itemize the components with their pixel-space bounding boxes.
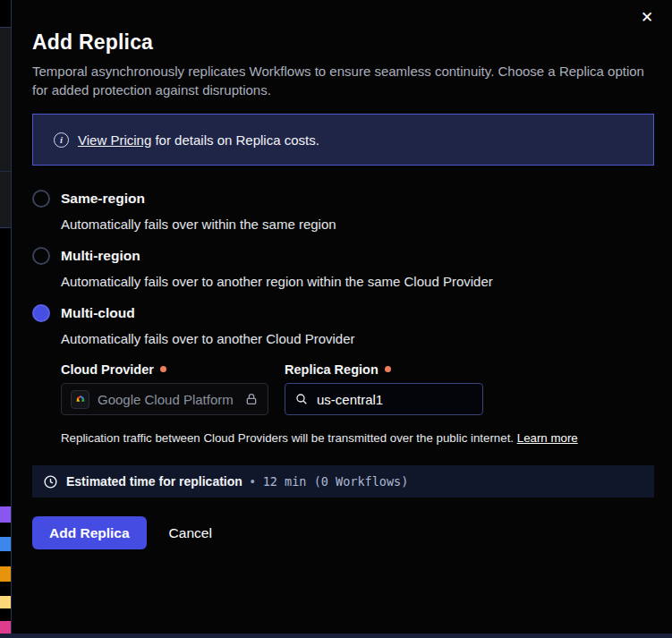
search-icon	[294, 392, 309, 406]
replica-region-search-box[interactable]	[285, 383, 483, 415]
replica-region-label-text: Replica Region	[285, 362, 379, 377]
info-icon: i	[54, 132, 69, 148]
option-same-region: Same-region Automatically fails over wit…	[32, 189, 654, 234]
replica-region-field-group: Replica Region	[285, 362, 483, 415]
gcp-logo-icon	[71, 390, 89, 409]
background-panel	[0, 27, 11, 228]
radio-selected-icon[interactable]	[32, 304, 50, 322]
option-label: Multi-cloud	[61, 305, 135, 321]
clock-icon	[43, 474, 58, 489]
modal-description: Temporal asynchronously replicates Workf…	[32, 62, 651, 99]
required-dot-icon	[385, 366, 391, 372]
page-title: Add Replica	[32, 30, 654, 55]
option-description: Automatically fails over to another Clou…	[61, 330, 654, 348]
estimate-value: 12 min (0 Workflows)	[263, 474, 409, 489]
radio-multi-region[interactable]: Multi-region	[32, 246, 654, 266]
required-dot-icon	[160, 366, 166, 372]
replica-region-input[interactable]	[317, 392, 451, 407]
estimate-separator: •	[251, 474, 255, 489]
sidebar-nav-icon-yellow	[0, 596, 11, 608]
option-label: Same-region	[61, 191, 145, 207]
cloud-provider-field-group: Cloud Provider Google Cloud P	[61, 362, 268, 415]
view-pricing-link[interactable]: View Pricing	[78, 132, 151, 148]
background-divider	[0, 171, 11, 172]
replica-region-label: Replica Region	[285, 362, 483, 377]
cloud-provider-value: Google Cloud Platform	[98, 392, 236, 407]
radio-unselected-icon[interactable]	[32, 247, 50, 265]
traffic-note-text: Replication traffic between Cloud Provid…	[61, 431, 514, 445]
lock-icon	[244, 392, 259, 406]
option-description: Automatically fails over within the same…	[61, 216, 654, 234]
radio-unselected-icon[interactable]	[32, 190, 50, 208]
background-footer-strip	[0, 634, 672, 638]
radio-multi-cloud[interactable]: Multi-cloud	[32, 303, 654, 323]
cloud-provider-label-text: Cloud Provider	[61, 362, 154, 377]
pricing-banner-rest: for details on Replica costs.	[151, 132, 319, 148]
option-description: Automatically fails over to another regi…	[61, 273, 654, 291]
estimate-banner: Estimated time for replication • 12 min …	[32, 465, 654, 498]
sidebar-nav-icon-blue	[0, 537, 11, 551]
close-icon[interactable]: ✕	[636, 7, 658, 29]
traffic-note: Replication traffic between Cloud Provid…	[61, 431, 654, 445]
sidebar-nav-icon-purple	[0, 506, 11, 523]
modal-actions: Add Replica Cancel	[32, 516, 654, 549]
cancel-button[interactable]: Cancel	[169, 525, 212, 541]
radio-same-region[interactable]: Same-region	[32, 189, 654, 208]
option-multi-region: Multi-region Automatically fails over to…	[32, 246, 654, 291]
replica-options-group: Same-region Automatically fails over wit…	[32, 189, 654, 445]
option-label: Multi-region	[61, 248, 140, 264]
background-sidebar	[0, 0, 12, 638]
cloud-provider-label: Cloud Provider	[61, 362, 268, 377]
estimate-label: Estimated time for replication	[66, 474, 242, 489]
option-multi-cloud: Multi-cloud Automatically fails over to …	[32, 303, 654, 445]
add-replica-button[interactable]: Add Replica	[32, 516, 147, 549]
sidebar-nav-icon-orange	[0, 566, 11, 582]
add-replica-modal: ✕ Add Replica Temporal asynchronously re…	[12, 0, 672, 638]
learn-more-link[interactable]: Learn more	[517, 431, 578, 445]
multi-cloud-form: Cloud Provider Google Cloud P	[61, 362, 654, 415]
pricing-banner-text: View Pricing for details on Replica cost…	[78, 132, 319, 148]
cloud-provider-select[interactable]: Google Cloud Platform	[61, 383, 268, 415]
pricing-info-banner: i View Pricing for details on Replica co…	[32, 114, 654, 166]
